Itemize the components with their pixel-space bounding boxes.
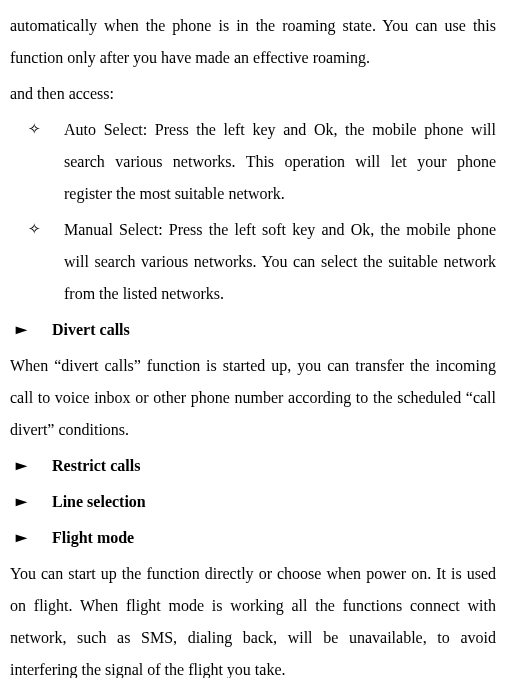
section-list-1: Divert calls bbox=[10, 314, 496, 346]
list-item: Manual Select: Press the left soft key a… bbox=[10, 214, 496, 310]
section-heading-line: Line selection bbox=[10, 486, 496, 518]
section-heading-flight: Flight mode bbox=[10, 522, 496, 554]
intro-paragraph-2: and then access: bbox=[10, 78, 496, 110]
section-heading-restrict: Restrict calls bbox=[10, 450, 496, 482]
flight-body: You can start up the function directly o… bbox=[10, 558, 496, 678]
section-heading-divert: Divert calls bbox=[10, 314, 496, 346]
select-list: Auto Select: Press the left key and Ok, … bbox=[10, 114, 496, 310]
list-item: Auto Select: Press the left key and Ok, … bbox=[10, 114, 496, 210]
divert-body: When “divert calls” function is started … bbox=[10, 350, 496, 446]
intro-paragraph-1: automatically when the phone is in the r… bbox=[10, 10, 496, 74]
section-list-2: Restrict calls Line selection Flight mod… bbox=[10, 450, 496, 554]
